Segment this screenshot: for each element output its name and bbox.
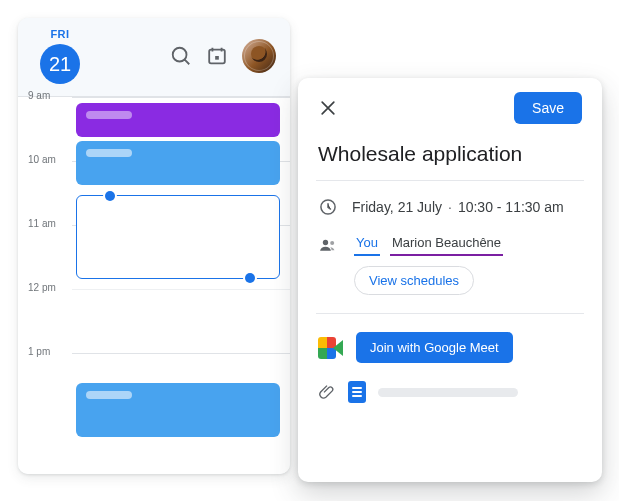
svg-point-4 [330,241,334,245]
drag-handle-start[interactable] [105,191,115,201]
new-event-drag-region[interactable] [76,195,280,279]
hour-gridline [72,97,290,98]
day-of-week-label: FRI [50,28,69,40]
attendee-chips: You Marion Beauchêne [354,233,503,256]
day-number-circle: 21 [40,44,80,84]
header-actions [170,39,276,73]
hour-gridline [72,289,290,290]
hour-label: 12 pm [28,282,56,293]
user-avatar[interactable] [242,39,276,73]
calendar-header: FRI 21 [18,18,290,96]
attendee-chip-you[interactable]: You [354,233,380,256]
view-schedules-button[interactable]: View schedules [354,266,474,295]
divider [316,313,584,314]
hour-label: 9 am [28,90,50,101]
google-meet-icon [318,337,344,359]
panel-topbar: Save [318,92,582,124]
attendees-row: You Marion Beauchêne View schedules [318,233,582,295]
current-day-block[interactable]: FRI 21 [32,28,88,84]
google-doc-icon[interactable] [348,381,366,403]
event-title-input[interactable]: Wholesale application [318,142,582,166]
calendar-event-purple[interactable] [76,103,280,137]
attachment-name-placeholder [378,388,518,397]
event-date: Friday, 21 July [352,199,442,215]
clock-icon [318,197,338,217]
divider [316,180,584,181]
attachment-icon[interactable] [318,383,336,401]
separator-dot: · [448,199,452,215]
datetime-row[interactable]: Friday, 21 July · 10:30 - 11:30 am [318,197,582,217]
svg-rect-1 [215,56,219,60]
join-meet-button[interactable]: Join with Google Meet [356,332,513,363]
calendar-day-view: FRI 21 9 am 10 am 11 am 12 pm [18,18,290,474]
hour-label: 10 am [28,154,56,165]
drag-handle-end[interactable] [245,273,255,283]
event-editor-panel: Save Wholesale application Friday, 21 Ju… [298,78,602,482]
google-meet-row: Join with Google Meet [318,332,582,363]
people-icon [318,235,338,255]
hour-gridline [72,353,290,354]
save-button[interactable]: Save [514,92,582,124]
search-icon[interactable] [170,45,192,67]
today-icon[interactable] [206,45,228,67]
event-title-placeholder [86,111,132,119]
attachment-row [318,381,582,403]
svg-point-3 [323,240,328,245]
event-title-placeholder [86,391,132,399]
event-title-placeholder [86,149,132,157]
hour-label: 1 pm [28,346,50,357]
calendar-event-blue[interactable] [76,141,280,185]
calendar-grid[interactable]: 9 am 10 am 11 am 12 pm 1 pm [18,96,290,474]
close-icon[interactable] [318,98,338,118]
attendee-chip-other[interactable]: Marion Beauchêne [390,233,503,256]
event-time-range: 10:30 - 11:30 am [458,199,564,215]
hour-label: 11 am [28,218,56,229]
calendar-event-blue[interactable] [76,383,280,437]
